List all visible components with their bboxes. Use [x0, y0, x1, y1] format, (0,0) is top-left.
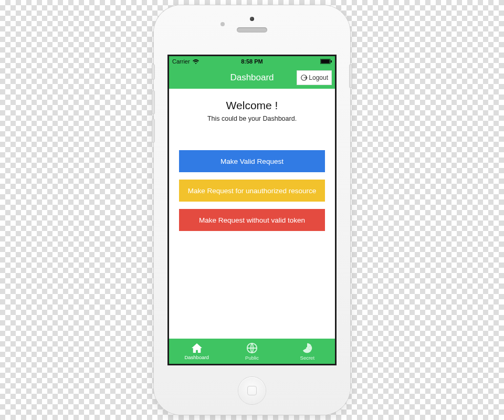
logout-label: Logout [309, 74, 328, 81]
status-bar: Carrier 8:58 PM [169, 56, 335, 67]
clock-label: 8:58 PM [241, 58, 263, 65]
globe-icon [246, 342, 258, 355]
tab-label: Dashboard [184, 354, 208, 360]
button-label: Make Valid Request [220, 158, 284, 165]
make-no-token-request-button[interactable]: Make Request without valid token [179, 209, 325, 231]
phone-earpiece [237, 27, 267, 33]
tab-public[interactable]: Public [224, 339, 279, 364]
phone-camera [250, 17, 254, 21]
nav-bar: Dashboard Logout [169, 67, 335, 89]
phone-power-button [349, 64, 352, 88]
stage: Carrier 8:58 PM [0, 0, 504, 420]
button-label: Make Request without valid token [199, 216, 305, 224]
phone-home-button [238, 377, 266, 404]
tab-label: Public [245, 355, 259, 361]
logout-icon [300, 74, 308, 81]
make-unauthorized-request-button[interactable]: Make Request for unauthorized resource [179, 180, 325, 202]
welcome-subtitle: This could be your Dashboard. [207, 115, 297, 122]
tab-dashboard[interactable]: Dashboard [169, 339, 224, 364]
phone-volume-up [152, 90, 155, 114]
tab-label: Secret [300, 355, 314, 361]
status-right [320, 59, 332, 64]
tab-secret[interactable]: Secret [280, 339, 335, 364]
phone-sensor [220, 22, 225, 26]
svg-rect-1 [321, 59, 330, 64]
battery-icon [320, 59, 332, 64]
page-title: Dashboard [230, 72, 274, 83]
tab-bar: Dashboard Public [169, 339, 335, 364]
carrier-label: Carrier [172, 58, 190, 65]
status-left: Carrier [172, 58, 199, 65]
phone-mute-switch [152, 64, 155, 80]
home-icon [191, 343, 203, 354]
button-label: Make Request for unauthorized resource [188, 187, 317, 195]
radiation-icon [301, 342, 313, 355]
wifi-icon [193, 59, 199, 64]
phone-frame: Carrier 8:58 PM [154, 5, 350, 415]
content-area: Welcome ! This could be your Dashboard. … [169, 89, 335, 339]
svg-rect-2 [331, 60, 332, 62]
app-screen: Carrier 8:58 PM [167, 55, 337, 365]
welcome-title: Welcome ! [226, 99, 278, 112]
make-valid-request-button[interactable]: Make Valid Request [179, 150, 325, 172]
phone-volume-down [152, 119, 155, 143]
logout-button[interactable]: Logout [297, 70, 332, 85]
